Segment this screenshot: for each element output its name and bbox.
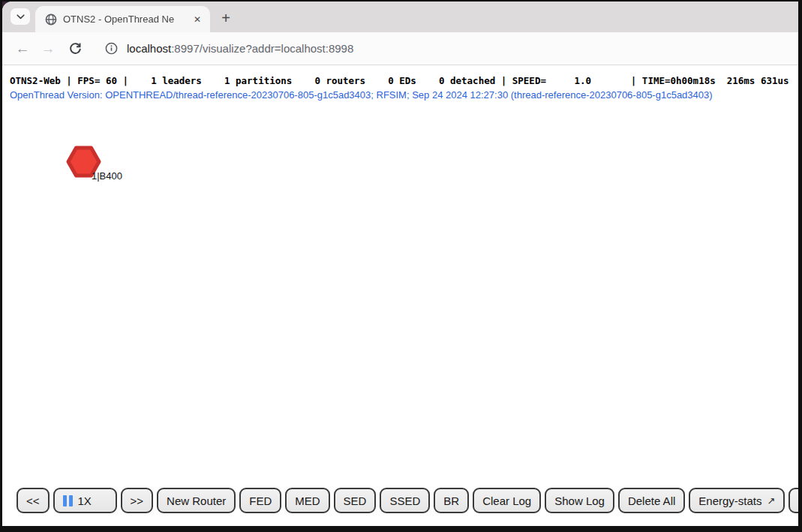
rewind-button[interactable]: << xyxy=(17,488,50,513)
url-path: :8997/visualize?addr=localhost:8998 xyxy=(171,42,353,55)
simulator-toolbar: << 1X >> New Router FED MED SED SSED BR … xyxy=(17,488,798,513)
node-stats-button[interactable]: Node-stats ↗ xyxy=(788,488,798,513)
speed-label: 1X xyxy=(78,494,92,507)
energy-stats-label: Energy-stats xyxy=(698,494,761,507)
address-bar[interactable]: localhost:8997/visualize?addr=localhost:… xyxy=(127,42,353,55)
openthread-version-line: OpenThread Version: OPENTHREAD/thread-re… xyxy=(10,89,713,101)
tab-search-button[interactable] xyxy=(11,8,30,25)
back-button[interactable]: ← xyxy=(10,36,35,62)
delete-all-button[interactable]: Delete All xyxy=(618,488,685,513)
thread-node-leader[interactable]: 1|B400 xyxy=(66,146,126,191)
url-host: localhost xyxy=(127,42,171,55)
browser-window: OTNS2 - OpenThread Ne ✕ + ← → localhost:… xyxy=(2,2,798,526)
fed-button[interactable]: FED xyxy=(239,488,281,513)
pause-icon xyxy=(63,495,73,506)
new-router-button[interactable]: New Router xyxy=(157,488,236,513)
med-button[interactable]: MED xyxy=(285,488,329,513)
new-tab-button[interactable]: + xyxy=(215,8,236,29)
tab-title: OTNS2 - OpenThread Ne xyxy=(63,14,191,25)
fast-forward-button[interactable]: >> xyxy=(121,488,154,513)
reload-icon xyxy=(69,42,82,55)
otns-visualizer-canvas: OTNS2-Web | FPS= 60 | 1 leaders 1 partit… xyxy=(2,65,798,526)
chevron-down-icon xyxy=(17,14,25,20)
browser-toolbar: ← → localhost:8997/visualize?addr=localh… xyxy=(2,32,798,65)
speed-pause-button[interactable]: 1X xyxy=(53,488,117,513)
ssed-button[interactable]: SSED xyxy=(380,488,430,513)
simulation-status-line: OTNS2-Web | FPS= 60 | 1 leaders 1 partit… xyxy=(10,75,789,86)
sed-button[interactable]: SED xyxy=(334,488,377,513)
globe-favicon-icon xyxy=(45,14,57,26)
browser-tab-active[interactable]: OTNS2 - OpenThread Ne ✕ xyxy=(35,6,210,32)
node-label: 1|B400 xyxy=(92,170,122,182)
tab-strip: OTNS2 - OpenThread Ne ✕ + xyxy=(2,2,798,32)
site-info-button[interactable] xyxy=(100,38,122,60)
br-button[interactable]: BR xyxy=(434,488,469,513)
forward-button[interactable]: → xyxy=(35,36,61,62)
external-link-icon: ↗ xyxy=(767,495,776,506)
info-icon xyxy=(105,42,118,55)
tab-close-icon[interactable]: ✕ xyxy=(191,13,204,26)
reload-button[interactable] xyxy=(62,36,88,62)
clear-log-button[interactable]: Clear Log xyxy=(473,488,541,513)
energy-stats-button[interactable]: Energy-stats ↗ xyxy=(689,488,785,513)
show-log-button[interactable]: Show Log xyxy=(545,488,614,513)
